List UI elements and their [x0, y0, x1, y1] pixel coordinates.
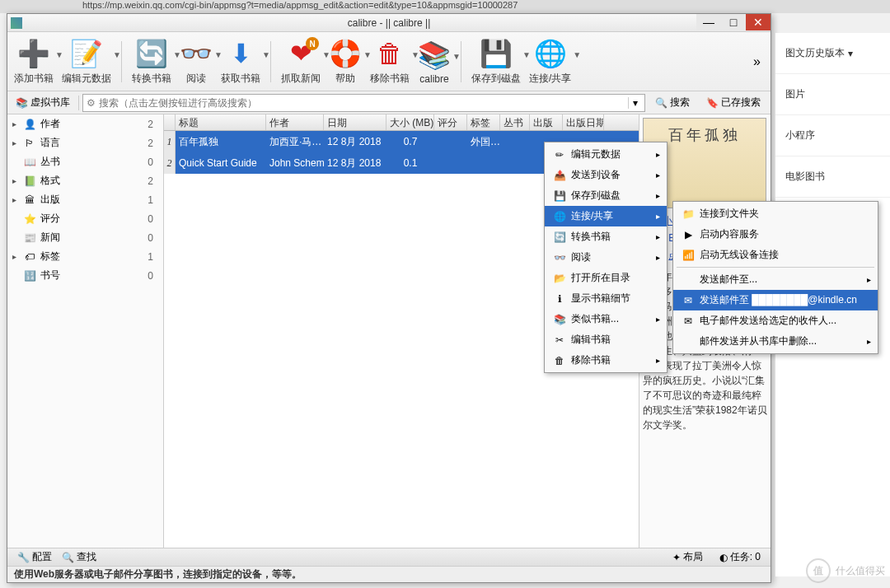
sidebar-item-语言[interactable]: ▸🏳语言2: [7, 133, 163, 152]
config-button[interactable]: 🔧配置: [12, 550, 57, 564]
virtual-library-button[interactable]: 📚 虚拟书库: [11, 94, 75, 111]
tool-icon: 📝: [70, 37, 103, 70]
column-header[interactable]: 标题: [176, 114, 266, 130]
menu-item-阅读[interactable]: 👓阅读▸: [545, 247, 667, 268]
column-header[interactable]: 出版: [530, 114, 563, 130]
menu-item-发送到设备[interactable]: 📤发送到设备▸: [545, 165, 667, 185]
toolbar-保存到磁盘[interactable]: 💾保存到磁盘▼: [468, 35, 524, 87]
search-bar: 📚 虚拟书库 ⚙ ▾ 🔍 搜索 🔖 已存搜索: [7, 91, 771, 114]
connect-share-submenu: 📁连接到文件夹▶启动内容服务📶启动无线设备连接发送邮件至...▸✉发送邮件至 █…: [672, 201, 878, 354]
watermark: 值 什么值得买: [806, 558, 885, 583]
column-header[interactable]: 大小 (MB): [386, 114, 434, 130]
submenu-item-发送邮件至 ████████@kindle.cn[interactable]: ✉发送邮件至 ████████@kindle.cn: [673, 290, 878, 310]
chevron-right-icon: ▸: [656, 356, 660, 365]
menu-item-编辑元数据[interactable]: ✏编辑元数据▸: [545, 144, 667, 165]
toolbar-连接/共享[interactable]: 🌐连接/共享▼: [526, 35, 574, 87]
tool-icon: 🔄: [135, 37, 168, 70]
toolbar-帮助[interactable]: 🛟帮助▼: [326, 35, 365, 87]
chevron-right-icon: ▸: [656, 315, 660, 324]
window-title: calibre - || calibre ||: [348, 17, 431, 29]
submenu-item-邮件发送并从书库中删除...[interactable]: 邮件发送并从书库中删除...▸: [673, 331, 878, 352]
tool-icon: 💾: [480, 37, 513, 70]
sidebar-item-书号[interactable]: 🔢书号0: [7, 266, 163, 285]
chevron-down-icon[interactable]: ▼: [452, 52, 461, 61]
chevron-right-icon: ▸: [656, 191, 660, 200]
toolbar-抓取新闻[interactable]: ❤N抓取新闻▼: [278, 35, 324, 87]
expand-icon: ▸: [12, 138, 22, 147]
chevron-right-icon: ▸: [656, 170, 660, 180]
magnifier-icon: 🔍: [62, 552, 74, 563]
column-header[interactable]: 出版日期: [563, 114, 604, 130]
column-header[interactable]: 日期: [324, 114, 386, 130]
menu-item-打开所在目录[interactable]: 📂打开所在目录: [545, 268, 667, 288]
menu-item-转换书籍[interactable]: 🔄转换书籍▸: [545, 226, 667, 247]
statusbar: 🔧配置 🔍查找 ✦布局 ◐任务: 0: [7, 548, 771, 566]
sidebar-item-丛书[interactable]: 📖丛书0: [7, 152, 163, 171]
menu-item-编辑书籍[interactable]: ✂编辑书籍: [545, 329, 667, 350]
sidebar-item-作者[interactable]: ▸👤作者2: [7, 114, 163, 133]
submenu-item-启动无线设备连接[interactable]: 📶启动无线设备连接: [673, 245, 878, 265]
submenu-item-电子邮件发送给选定的收件人...[interactable]: ✉电子邮件发送给选定的收件人...: [673, 310, 878, 331]
spinner-icon: ◐: [719, 552, 728, 563]
tool-icon: 🌐: [534, 37, 567, 70]
column-header[interactable]: 评分: [434, 114, 467, 130]
sidebar-item-出版[interactable]: ▸🏛出版1: [7, 190, 163, 209]
toolbar-获取书籍[interactable]: ⬇获取书籍▼: [218, 35, 264, 87]
chevron-right-icon: ▸: [656, 150, 660, 159]
menu-item-显示书籍细节[interactable]: ℹ显示书籍细节: [545, 288, 667, 309]
column-header[interactable]: 标签: [467, 114, 500, 130]
column-header[interactable]: 作者: [266, 114, 324, 130]
expand-icon: ▸: [12, 176, 22, 185]
column-header[interactable]: 丛书: [500, 114, 530, 130]
watermark-icon: 值: [806, 558, 831, 583]
sidebar-item-标签[interactable]: ▸🏷标签1: [7, 247, 163, 266]
find-button[interactable]: 🔍查找: [57, 550, 101, 564]
search-button[interactable]: 🔍 搜索: [649, 94, 696, 111]
side-tab-图片[interactable]: 图片: [775, 74, 890, 115]
maximize-button[interactable]: □: [721, 14, 746, 30]
toolbar-calibre[interactable]: 📚calibre▼: [415, 37, 454, 86]
menu-item-连接/共享[interactable]: 🌐连接/共享▸: [545, 206, 667, 226]
chevron-down-icon[interactable]: ▼: [262, 50, 270, 59]
minimize-button[interactable]: —: [696, 14, 721, 30]
sidebar-item-格式[interactable]: ▸📗格式2: [7, 171, 163, 190]
chevron-right-icon: ▸: [656, 232, 660, 241]
magnifier-icon: 🔍: [655, 97, 668, 109]
toolbar-转换书籍[interactable]: 🔄转换书籍▼: [129, 35, 175, 87]
toolbar-添加书籍[interactable]: ➕添加书籍▼: [11, 35, 57, 87]
wrench-icon: 🔧: [17, 552, 30, 563]
vlib-label: 虚拟书库: [30, 96, 70, 110]
menu-item-类似书籍...[interactable]: 📚类似书籍...▸: [545, 309, 667, 329]
toolbar-移除书籍[interactable]: 🗑移除书籍▼: [367, 35, 413, 87]
expand-icon: ▸: [12, 195, 22, 204]
tool-icon: ⬇: [224, 37, 257, 70]
toolbar-阅读[interactable]: 👓阅读▼: [176, 35, 216, 87]
search-icon[interactable]: ⚙: [87, 97, 96, 109]
menu-item-移除书籍[interactable]: 🗑移除书籍▸: [545, 350, 667, 371]
tool-icon: ❤N: [284, 37, 317, 70]
search-input[interactable]: [99, 97, 628, 109]
submenu-item-启动内容服务[interactable]: ▶启动内容服务: [673, 224, 878, 245]
close-button[interactable]: ✕: [746, 14, 771, 30]
layout-button[interactable]: ✦布局: [668, 550, 708, 564]
history-dropdown[interactable]: 图文历史版本 ▾: [775, 33, 890, 74]
toolbar-编辑元数据[interactable]: 📝编辑元数据▼: [59, 35, 115, 87]
bookmark-icon: 🔖: [706, 97, 719, 109]
submenu-item-连接到文件夹[interactable]: 📁连接到文件夹: [673, 203, 878, 224]
submenu-item-发送邮件至...[interactable]: 发送邮件至...▸: [673, 269, 878, 290]
sidebar-item-评分[interactable]: ⭐评分0: [7, 209, 163, 228]
chevron-down-icon[interactable]: ▼: [573, 50, 581, 59]
tasks-button[interactable]: ◐任务: 0: [714, 550, 766, 564]
chevron-down-icon[interactable]: ▼: [113, 50, 121, 59]
sidebar-item-新闻[interactable]: 📰新闻0: [7, 228, 163, 247]
tool-icon: 📚: [418, 39, 451, 72]
sidebar: ▸👤作者2▸🏳语言2📖丛书0▸📗格式2▸🏛出版1⭐评分0📰新闻0▸🏷标签1🔢书号…: [7, 114, 164, 548]
toolbar-overflow[interactable]: »: [747, 51, 767, 72]
hint-bar: 使用Web服务器或电子邮件分享图书，连接到指定的设备，等等。: [7, 566, 771, 582]
saved-search-button[interactable]: 🔖 已存搜索: [700, 94, 767, 111]
menu-item-保存到磁盘[interactable]: 💾保存到磁盘▸: [545, 185, 667, 206]
side-tab-电影图书[interactable]: 电影图书: [775, 156, 890, 198]
side-tab-小程序[interactable]: 小程序: [775, 115, 890, 156]
url-bar: https://mp.weixin.qq.com/cgi-bin/appmsg?…: [82, 0, 518, 10]
search-dropdown-button[interactable]: ▾: [628, 97, 641, 109]
